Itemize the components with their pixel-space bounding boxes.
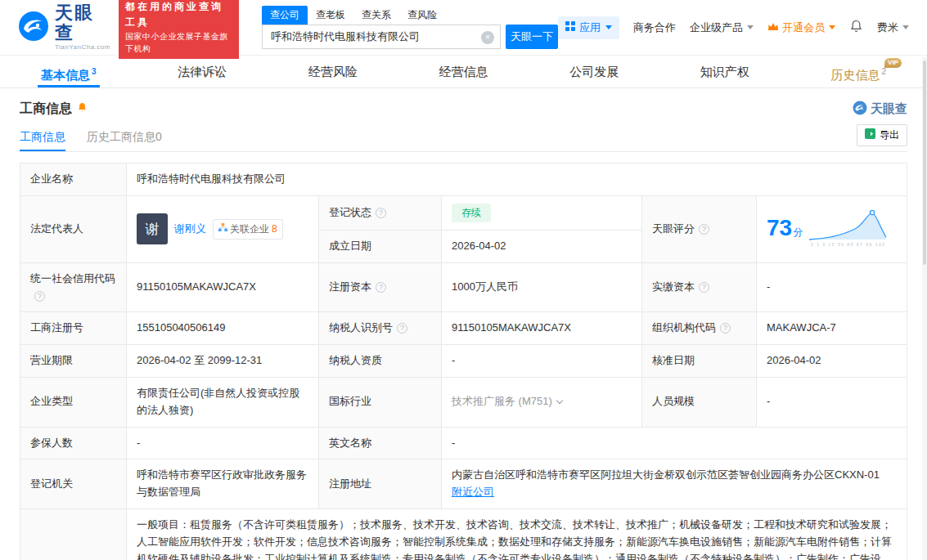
nearby-companies-link[interactable]: 附近公司: [452, 486, 494, 498]
search-input[interactable]: [263, 25, 500, 48]
score-value: 73: [767, 215, 792, 240]
business-info-subtabs: 工商信息 历史工商信息0 导出: [20, 123, 907, 152]
logo-name: 天眼查: [55, 3, 110, 43]
staff-size-label: 人员规模: [642, 377, 757, 427]
search-tab-boss[interactable]: 查老板: [308, 6, 353, 25]
export-icon: [865, 128, 875, 141]
search-box: ×: [262, 25, 501, 49]
export-button[interactable]: 导出: [857, 124, 907, 146]
help-icon[interactable]: ?: [397, 323, 407, 334]
help-icon[interactable]: ?: [699, 282, 709, 293]
approve-date-label: 核准日期: [642, 345, 757, 378]
export-label: 导出: [880, 128, 899, 142]
legal-rep-label: 法定代表人: [20, 195, 127, 262]
help-icon[interactable]: ?: [34, 291, 45, 302]
business-term-value: 2026-04-02 至 2099-12-31: [127, 345, 319, 378]
section-title: 工商信息: [20, 101, 72, 118]
tab-intellectual-property[interactable]: 知识产权: [697, 56, 753, 87]
establish-date-value: 2026-04-02: [442, 230, 642, 262]
company-type-value: 有限责任公司(非自然人投资或控股的法人独资): [127, 377, 319, 427]
reg-authority-label: 登记机关: [20, 459, 127, 509]
related-companies-icon: [218, 222, 227, 237]
reg-capital-value: 1000万人民币: [442, 262, 642, 312]
subscribe-bell-icon[interactable]: [77, 102, 88, 116]
establish-date-label: 成立日期: [319, 230, 442, 262]
scrollbar-thumb[interactable]: [923, 60, 926, 265]
legal-rep-name-link[interactable]: 谢刚义: [174, 221, 206, 238]
tab-legal-proceedings[interactable]: 法律诉讼: [174, 56, 230, 87]
table-row: 参保人数 - 英文名称 -: [20, 427, 907, 459]
crown-icon: [767, 21, 779, 34]
tab-operation-risk[interactable]: 经营风险: [305, 56, 361, 87]
reg-capital-label: 注册资本?: [319, 262, 442, 312]
svg-text:0 1 3 15 50 85 97 99 100: 0 1 3 15 50 85 97 99 100: [811, 242, 884, 247]
help-icon[interactable]: ?: [376, 208, 386, 218]
tab-company-development[interactable]: 公司发展: [566, 56, 622, 87]
score-cell: 73分 0 1 3 15 50 85 97 99 100: [757, 195, 907, 262]
company-type-label: 企业类型: [20, 377, 127, 427]
nav-cooperation[interactable]: 商务合作: [633, 20, 676, 35]
credit-code-value: 91150105MAKAWJCA7X: [127, 262, 319, 312]
related-companies-badge[interactable]: 关联企业 8: [213, 219, 283, 240]
tab-history-info[interactable]: 历史信息2 VIP: [827, 56, 889, 87]
apps-menu[interactable]: 应用: [558, 16, 619, 39]
slogan-line1: 都在用的商业查询工具: [125, 0, 232, 30]
open-vip-label: 开通会员: [782, 20, 825, 35]
subtab-business-info[interactable]: 工商信息: [20, 123, 65, 151]
tianyancha-logo[interactable]: 天眼查 TianYanCha.com: [18, 3, 110, 52]
expand-chevron-icon[interactable]: [556, 397, 563, 404]
apps-grid-icon: [565, 21, 575, 34]
table-row: 登记机关 呼和浩特市赛罕区行政审批政务服务与数据管理局 注册地址 内蒙古自治区呼…: [20, 459, 907, 509]
staff-size-value: -: [757, 377, 907, 427]
table-row: 企业名称 呼和浩特时代电服科技有限公司: [20, 164, 907, 196]
search-tab-company[interactable]: 查公司: [262, 6, 308, 25]
chevron-down-icon: [747, 25, 754, 29]
search-tabs: 查公司 查老板 查关系 查风险: [262, 6, 558, 25]
legal-rep-avatar[interactable]: 谢: [137, 213, 168, 244]
taxpayer-id-value: 91150105MAKAWJCA7X: [442, 312, 642, 345]
reg-number-label: 工商注册号: [20, 312, 127, 345]
score-unit: 分: [793, 226, 803, 238]
company-section-tabs: 基本信息3 法律诉讼 经营风险 经营信息 公司发展 知识产权 历史信息2 VIP: [0, 56, 927, 88]
search-button[interactable]: 天眼一下: [506, 25, 558, 49]
brand-logo-icon: [853, 101, 867, 118]
subtab-history-business-info[interactable]: 历史工商信息0: [87, 123, 162, 151]
search-tab-relation[interactable]: 查关系: [353, 6, 399, 25]
chevron-down-icon: [829, 25, 835, 29]
tab-history-info-label: 历史信息: [830, 68, 880, 82]
brand-watermark: 天眼查: [853, 101, 907, 118]
open-vip-button[interactable]: 开通会员: [767, 20, 835, 35]
tab-operation-info[interactable]: 经营信息: [435, 56, 491, 87]
clear-search-icon[interactable]: ×: [481, 31, 494, 44]
nav-enterprise[interactable]: 企业级产品: [690, 20, 754, 35]
company-name-value: 呼和浩特时代电服科技有限公司: [127, 164, 907, 196]
taxpayer-quality-label: 纳税人资质: [319, 345, 442, 378]
help-icon[interactable]: ?: [699, 224, 709, 235]
tab-basic-info-count: 3: [92, 67, 97, 76]
tab-basic-info[interactable]: 基本信息3: [38, 56, 100, 87]
legal-rep-cell: 谢 谢刚义 关联企业 8: [127, 195, 319, 262]
top-nav: 应用 商务合作 企业级产品 开通会员 费米: [558, 16, 909, 39]
table-row: 企业类型 有限责任公司(非自然人投资或控股的法人独资) 国标行业 技术推广服务 …: [20, 377, 907, 427]
help-icon[interactable]: ?: [720, 323, 731, 334]
notification-bell-icon[interactable]: [849, 20, 863, 36]
business-scope-label: 经营范围?: [20, 508, 127, 560]
business-info-table: 企业名称 呼和浩特时代电服科技有限公司 法定代表人 谢 谢刚义 关联企业 8 登…: [20, 163, 907, 560]
english-name-value: -: [442, 427, 907, 459]
help-icon[interactable]: ?: [376, 282, 386, 293]
search-area: 查公司 查老板 查关系 查风险 × 天眼一下: [262, 6, 558, 49]
top-header: 天眼查 TianYanCha.com 都在用的商业查询工具 国家中小企业发展子基…: [0, 0, 927, 56]
related-companies-label: 关联企业: [230, 222, 269, 237]
username: 费米: [877, 20, 898, 35]
company-name-label: 企业名称: [20, 164, 127, 196]
insured-count-value: -: [127, 427, 319, 459]
user-menu[interactable]: 费米: [877, 20, 909, 35]
table-row: 经营范围? 一般项目：租赁服务（不含许可类租赁服务）；技术服务、技术开发、技术咨…: [20, 508, 907, 560]
tianyancha-logo-icon: [18, 11, 49, 44]
brand-name: 天眼查: [871, 101, 907, 117]
nav-enterprise-label: 企业级产品: [690, 20, 743, 35]
search-tab-risk[interactable]: 查风险: [399, 6, 445, 25]
paid-capital-label: 实缴资本?: [642, 262, 757, 312]
vertical-scrollbar[interactable]: [922, 57, 927, 560]
business-term-label: 营业期限: [20, 345, 127, 378]
